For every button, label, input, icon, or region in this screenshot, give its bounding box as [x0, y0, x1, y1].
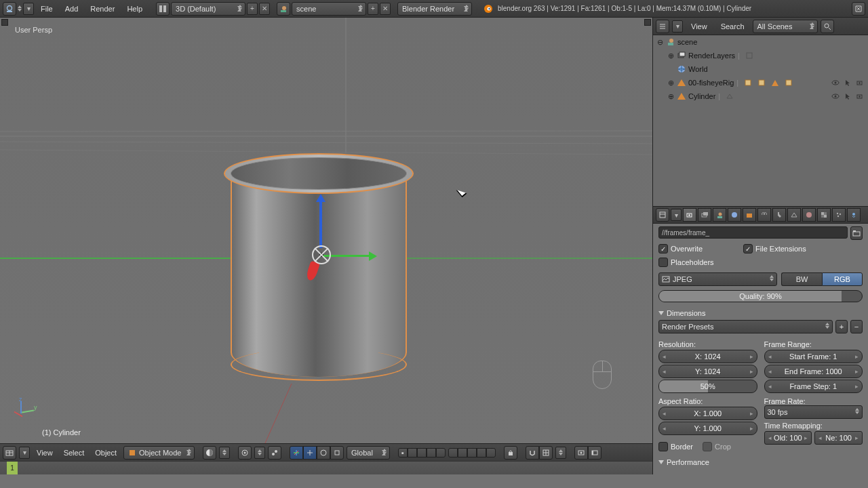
layer-8[interactable] — [467, 448, 477, 458]
layer-10[interactable] — [486, 448, 496, 458]
restrict-view-icon[interactable] — [830, 77, 841, 88]
render-presets-dropdown[interactable]: Render Presets — [658, 320, 833, 333]
timeline[interactable]: 1 — [0, 461, 652, 474]
res-percent-slider[interactable]: 50% — [658, 380, 757, 393]
props-tab-physics-icon[interactable] — [847, 208, 861, 222]
layer-5[interactable] — [436, 448, 446, 458]
manipulator-scale-icon[interactable] — [330, 446, 344, 460]
disclosure-closed-icon[interactable]: ⊕ — [667, 52, 675, 60]
placeholders-checkbox[interactable] — [658, 258, 668, 267]
manipulate-center-icon[interactable] — [268, 446, 281, 460]
outliner-search-icon[interactable] — [821, 20, 834, 33]
remap-old-field[interactable]: ◂Old: 100▸ — [764, 431, 812, 445]
disclosure-closed-icon[interactable]: ⊕ — [667, 92, 675, 101]
props-tab-object-icon[interactable] — [743, 208, 756, 222]
vp-menu-object[interactable]: Object — [91, 444, 121, 462]
border-checkbox[interactable] — [658, 442, 668, 451]
props-tab-modifiers-icon[interactable] — [772, 208, 786, 222]
outliner-tree[interactable]: ⊖ scene ⊕ RenderLayers | ⊕ World ⊕ 00-fi… — [653, 35, 868, 206]
vp-menu-select[interactable]: Select — [60, 444, 89, 462]
scene-dropdown[interactable]: scene — [292, 2, 366, 16]
editor-type-3dview-icon[interactable] — [3, 446, 16, 460]
file-extensions-checkbox[interactable] — [743, 244, 753, 253]
layer-9[interactable] — [477, 448, 486, 458]
preset-add-button[interactable]: + — [835, 320, 848, 333]
collapse-menus-icon[interactable]: ▾ — [672, 20, 683, 33]
scene-remove-button[interactable]: ✕ — [380, 3, 391, 15]
layer-3[interactable] — [417, 448, 427, 458]
disclosure-closed-icon[interactable]: ⊕ — [667, 79, 675, 87]
performance-panel-header[interactable]: Performance — [658, 458, 863, 466]
tree-row-cylinder[interactable]: ⊕ Cylinder | — [653, 89, 868, 103]
snap-toggle-icon[interactable] — [526, 446, 539, 460]
vp-menu-view[interactable]: View — [33, 444, 57, 462]
overwrite-checkbox[interactable] — [658, 244, 668, 253]
props-tab-world-icon[interactable] — [728, 208, 741, 222]
manipulator-rotate-icon[interactable] — [317, 446, 330, 460]
tree-row-scene[interactable]: ⊖ scene — [653, 35, 868, 49]
res-x-field[interactable]: ◂X: 1024▸ — [658, 350, 757, 363]
back-to-previous-icon[interactable] — [852, 2, 865, 16]
layer-4[interactable] — [427, 448, 436, 458]
shading-dropdown-icon[interactable] — [203, 446, 216, 460]
aspect-x-field[interactable]: ◂X: 1.000▸ — [658, 407, 757, 420]
layer-2[interactable] — [408, 448, 417, 458]
props-tab-scene-icon[interactable] — [713, 208, 726, 222]
color-bw-button[interactable]: BW — [781, 272, 822, 286]
aspect-y-field[interactable]: ◂Y: 1.000▸ — [658, 422, 757, 435]
menu-help[interactable]: Help — [121, 0, 148, 18]
props-tab-render-icon[interactable] — [683, 208, 696, 222]
editor-type-icon[interactable] — [3, 2, 16, 16]
props-tab-texture-icon[interactable] — [817, 208, 831, 222]
collapse-menus-icon[interactable]: ▾ — [19, 447, 30, 459]
color-rgb-button[interactable]: RGB — [822, 272, 863, 286]
disclosure-open-icon[interactable]: ⊖ — [656, 38, 664, 47]
shading-arrows[interactable] — [219, 447, 230, 459]
props-tab-constraints-icon[interactable] — [757, 208, 771, 222]
layout-add-button[interactable]: + — [247, 3, 258, 15]
restrict-select-icon[interactable] — [842, 91, 853, 102]
menu-render[interactable]: Render — [85, 0, 120, 18]
manipulator-translate-icon[interactable] — [303, 446, 317, 460]
expand-icon[interactable]: ▾ — [23, 3, 34, 15]
restrict-select-icon[interactable] — [842, 77, 853, 88]
mode-dropdown[interactable]: Object Mode — [123, 446, 195, 460]
menu-add[interactable]: Add — [60, 0, 84, 18]
screen-layout-dropdown[interactable]: 3D (Default) — [171, 2, 245, 16]
properties-body[interactable]: //frames/frame_ Overwrite File Extension… — [653, 224, 868, 474]
lock-camera-icon[interactable] — [504, 446, 517, 460]
layer-6[interactable] — [448, 448, 458, 458]
remap-new-field[interactable]: ◂Ne: 100▸ — [814, 431, 863, 445]
crop-checkbox[interactable] — [703, 442, 712, 451]
restrict-render-icon[interactable] — [854, 77, 865, 88]
output-path-field[interactable]: //frames/frame_ — [658, 226, 848, 239]
end-frame-field[interactable]: ◂End Frame: 1000▸ — [764, 365, 863, 378]
props-tab-material-icon[interactable] — [802, 208, 816, 222]
props-tab-data-icon[interactable] — [787, 208, 801, 222]
scene-add-button[interactable]: + — [368, 3, 378, 15]
restrict-render-icon[interactable] — [854, 91, 865, 102]
tree-row-fisheye-rig[interactable]: ⊕ 00-fisheyeRig | — [653, 76, 868, 89]
snap-target-arrows[interactable] — [555, 447, 566, 459]
file-browse-button[interactable] — [850, 226, 863, 240]
snap-element-icon[interactable] — [539, 446, 553, 460]
quality-slider[interactable]: Quality: 90% — [658, 290, 863, 302]
outliner-menu-search[interactable]: Search — [715, 18, 750, 35]
editor-type-outliner-icon[interactable] — [656, 20, 669, 33]
start-frame-field[interactable]: ◂Start Frame: 1▸ — [764, 350, 863, 363]
render-engine-dropdown[interactable]: Blender Render — [397, 2, 472, 16]
screen-browse-icon[interactable] — [156, 2, 170, 16]
outliner-menu-view[interactable]: View — [686, 18, 713, 35]
opengl-render-still-icon[interactable] — [574, 446, 588, 460]
layer-1[interactable]: ▪ — [398, 448, 408, 458]
restrict-view-icon[interactable] — [830, 91, 841, 102]
3d-viewport[interactable]: User Persp — [0, 18, 652, 443]
outliner-display-dropdown[interactable]: All Scenes — [753, 20, 818, 33]
res-y-field[interactable]: ◂Y: 1024▸ — [658, 365, 757, 378]
layout-remove-button[interactable]: ✕ — [259, 3, 270, 15]
frame-step-field[interactable]: ◂Frame Step: 1▸ — [764, 380, 863, 393]
scene-browse-icon[interactable] — [277, 2, 290, 16]
gizmo-z-axis[interactable] — [319, 201, 322, 248]
pivot-dropdown-icon[interactable] — [238, 446, 252, 460]
fps-dropdown[interactable]: 30 fps — [764, 405, 863, 419]
